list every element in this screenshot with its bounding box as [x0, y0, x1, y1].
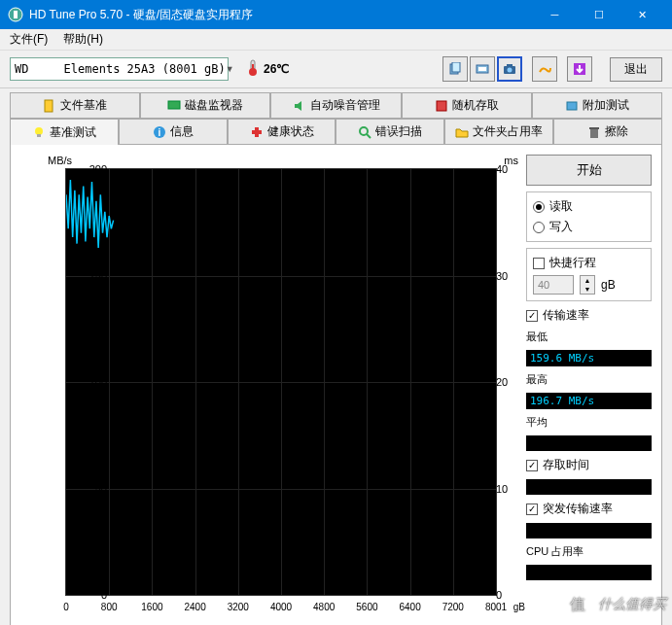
- temperature-value: 26℃: [264, 62, 289, 76]
- label-avg: 平均: [526, 415, 652, 430]
- monitor-icon: [167, 99, 181, 113]
- tab-error-scan[interactable]: 错误扫描: [336, 119, 444, 145]
- tab-erase[interactable]: 擦除: [553, 119, 662, 145]
- value-max: 196.7 MB/s: [526, 393, 652, 409]
- svg-rect-6: [452, 62, 460, 72]
- label-cpu: CPU 占用率: [526, 544, 652, 559]
- check-burst-rate[interactable]: ✓突发传输速率: [526, 501, 652, 517]
- chart-line: [66, 169, 496, 595]
- tab-file-benchmark[interactable]: 文件基准: [10, 92, 140, 119]
- speaker-icon: [293, 99, 306, 113]
- menu-file[interactable]: 文件(F): [4, 29, 53, 50]
- radio-write[interactable]: 写入: [533, 219, 645, 235]
- exit-button[interactable]: 退出: [610, 57, 662, 82]
- svg-point-17: [35, 127, 43, 135]
- check-access-time[interactable]: ✓存取时间: [526, 457, 652, 473]
- label-max: 最高: [526, 372, 652, 387]
- extra-icon: [565, 99, 579, 113]
- window-body: 文件(F) 帮助(H) WD Elements 25A3 (8001 gB) ▼…: [0, 29, 672, 625]
- tab-disk-monitor[interactable]: 磁盘监视器: [140, 92, 270, 119]
- svg-rect-18: [37, 134, 41, 137]
- svg-line-24: [367, 134, 371, 138]
- tab-row-2: 基准测试 i信息 健康状态 错误扫描 文件夹占用率 擦除: [10, 119, 662, 145]
- watermark: 值 什么值得买: [561, 588, 666, 621]
- watermark-text: 什么值得买: [598, 596, 666, 613]
- health-icon: [250, 125, 264, 139]
- svg-point-23: [360, 127, 368, 135]
- svg-rect-13: [45, 100, 53, 112]
- maximize-button[interactable]: ☐: [577, 0, 620, 29]
- mode-group: 读取 写入: [526, 191, 652, 242]
- svg-rect-25: [590, 129, 598, 138]
- app-icon: [8, 7, 23, 22]
- content: 文件基准 磁盘监视器 自动噪音管理 随机存取 附加测试 基准测试 i信息 健康状…: [0, 88, 672, 625]
- value-access: [526, 479, 652, 495]
- tab-info[interactable]: i信息: [119, 119, 228, 145]
- short-stroke-input[interactable]: [533, 275, 574, 295]
- svg-rect-1: [14, 11, 18, 18]
- value-burst: [526, 523, 652, 538]
- spin-arrows[interactable]: ▲▼: [580, 275, 595, 295]
- info-icon: i: [153, 125, 166, 139]
- chevron-down-icon: ▼: [226, 64, 234, 74]
- tab-extra-tests[interactable]: 附加测试: [532, 92, 662, 119]
- tab-random-access[interactable]: 随机存取: [402, 92, 532, 119]
- save-button[interactable]: [567, 56, 592, 82]
- window-title: HD Tune Pro 5.70 - 硬盘/固态硬盘实用程序: [29, 7, 533, 23]
- svg-point-10: [508, 68, 513, 73]
- toolbar: WD Elements 25A3 (8001 gB) ▼ 26℃ 退出: [0, 51, 672, 88]
- benchmark-panel: MB/s ms 200 150 100 50 0 40 30 20 10: [10, 145, 662, 625]
- value-min: 159.6 MB/s: [526, 350, 652, 366]
- screenshot-button[interactable]: [497, 56, 522, 82]
- drive-select-value: WD Elements 25A3 (8001 gB): [15, 62, 226, 76]
- chart-area: MB/s ms 200 150 100 50 0 40 30 20 10: [20, 155, 516, 625]
- label-min: 最低: [526, 330, 652, 344]
- svg-rect-22: [252, 130, 262, 134]
- folder-icon: [455, 125, 469, 139]
- tab-benchmark[interactable]: 基准测试: [10, 119, 119, 145]
- short-stroke-group: 快捷行程 ▲▼ gB: [526, 248, 652, 301]
- svg-rect-4: [252, 64, 254, 72]
- file-icon: [43, 99, 56, 113]
- minimize-button[interactable]: ─: [533, 0, 577, 29]
- check-short-stroke[interactable]: 快捷行程: [533, 255, 645, 271]
- toolbar-buttons: [442, 56, 592, 82]
- value-cpu: [526, 565, 652, 580]
- menubar: 文件(F) 帮助(H): [0, 29, 672, 51]
- svg-rect-15: [437, 101, 446, 111]
- svg-rect-16: [567, 102, 577, 110]
- value-avg: [526, 435, 652, 451]
- benchmark-chart: 200 150 100 50 0 40 30 20 10 0 0 800 160…: [65, 168, 497, 596]
- random-icon: [435, 99, 448, 113]
- copy-screenshot-button[interactable]: [470, 56, 495, 82]
- short-stroke-spin: ▲▼ gB: [533, 275, 645, 295]
- svg-rect-11: [507, 64, 513, 67]
- tab-health[interactable]: 健康状态: [228, 119, 336, 145]
- svg-rect-8: [478, 67, 486, 71]
- x-axis-unit: gB: [513, 602, 525, 612]
- svg-text:i: i: [158, 127, 160, 138]
- titlebar: HD Tune Pro 5.70 - 硬盘/固态硬盘实用程序 ─ ☐ ✕: [0, 0, 672, 29]
- svg-rect-14: [168, 101, 180, 109]
- start-button[interactable]: 开始: [526, 155, 652, 186]
- tab-folder-usage[interactable]: 文件夹占用率: [444, 119, 553, 145]
- watermark-badge: 值: [561, 588, 594, 621]
- options-button[interactable]: [532, 56, 557, 82]
- tab-aam[interactable]: 自动噪音管理: [270, 92, 401, 119]
- trash-icon: [587, 125, 601, 139]
- copy-info-button[interactable]: [442, 56, 468, 82]
- tab-row-1: 文件基准 磁盘监视器 自动噪音管理 随机存取 附加测试: [10, 92, 662, 119]
- thermometer-icon: [246, 59, 260, 80]
- search-icon: [358, 125, 371, 139]
- drive-select[interactable]: WD Elements 25A3 (8001 gB) ▼: [10, 57, 229, 81]
- bulb-icon: [32, 125, 46, 139]
- svg-rect-26: [589, 127, 599, 129]
- check-transfer-rate[interactable]: ✓传输速率: [526, 307, 652, 324]
- close-button[interactable]: ✕: [620, 0, 664, 29]
- radio-read[interactable]: 读取: [533, 198, 645, 215]
- side-panel: 开始 读取 写入 快捷行程 ▲▼ gB ✓传输速率 最低 159.6 MB/s …: [526, 155, 652, 625]
- menu-help[interactable]: 帮助(H): [57, 29, 109, 50]
- temperature-display: 26℃: [246, 59, 289, 80]
